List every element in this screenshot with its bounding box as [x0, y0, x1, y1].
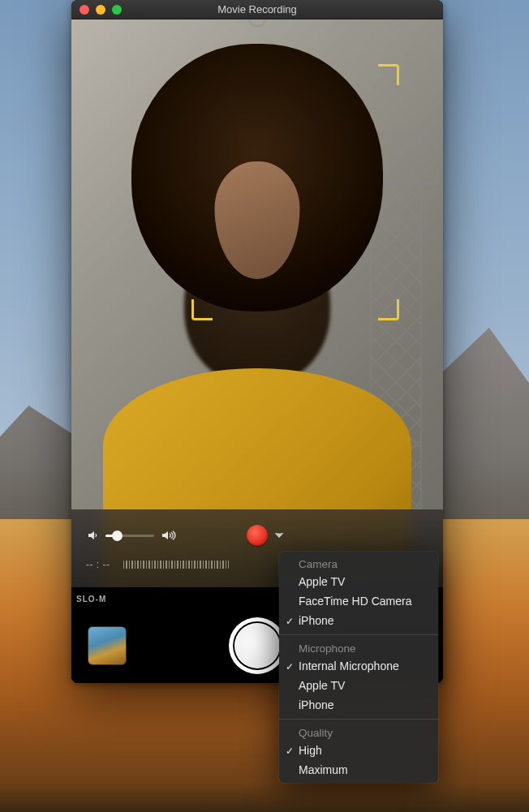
record-button[interactable]: [247, 525, 268, 546]
time-display: -- : --: [86, 559, 110, 570]
record-options-chevron-icon[interactable]: [275, 531, 283, 540]
menu-separator: [279, 719, 438, 720]
menu-item-mic-appletv[interactable]: Apple TV: [279, 676, 438, 695]
focus-corner-br-icon: [378, 299, 399, 320]
audio-level-meter: [123, 561, 229, 569]
menu-item-mic-iphone[interactable]: iPhone: [279, 695, 438, 715]
close-button[interactable]: [80, 5, 89, 15]
camera-preview[interactable]: [71, 19, 443, 587]
volume-low-icon: [86, 529, 99, 542]
menu-item-camera-iphone[interactable]: iPhone: [279, 611, 438, 630]
focus-corner-tr-icon: [378, 64, 399, 85]
menu-item-quality-maximum[interactable]: Maximum: [279, 760, 438, 780]
maximize-button[interactable]: [112, 5, 122, 15]
menu-item-mic-internal[interactable]: Internal Microphone: [279, 656, 438, 676]
shutter-button[interactable]: [229, 617, 286, 674]
menu-header-microphone: Microphone: [279, 639, 438, 656]
traffic-lights: [71, 5, 122, 15]
window-title: Movie Recording: [71, 0, 443, 19]
menu-item-quality-high[interactable]: High: [279, 741, 438, 760]
volume-high-icon: [161, 529, 177, 542]
menu-item-camera-facetime[interactable]: FaceTime HD Camera: [279, 591, 438, 611]
titlebar[interactable]: Movie Recording: [71, 0, 443, 19]
volume-slider[interactable]: [105, 535, 154, 537]
controls-row: [86, 518, 428, 553]
menu-item-camera-appletv[interactable]: Apple TV: [279, 572, 438, 591]
slomo-label: SLO-M: [76, 595, 106, 604]
record-options-menu: Camera Apple TV FaceTime HD Camera iPhon…: [279, 552, 438, 783]
movie-recording-window: Movie Recording: [71, 0, 443, 683]
menu-header-quality: Quality: [279, 724, 438, 741]
minimize-button[interactable]: [96, 5, 105, 15]
menu-header-camera: Camera: [279, 555, 438, 572]
last-photo-thumbnail[interactable]: [88, 626, 127, 665]
volume-slider-thumb[interactable]: [112, 531, 123, 541]
menu-separator: [279, 634, 438, 635]
